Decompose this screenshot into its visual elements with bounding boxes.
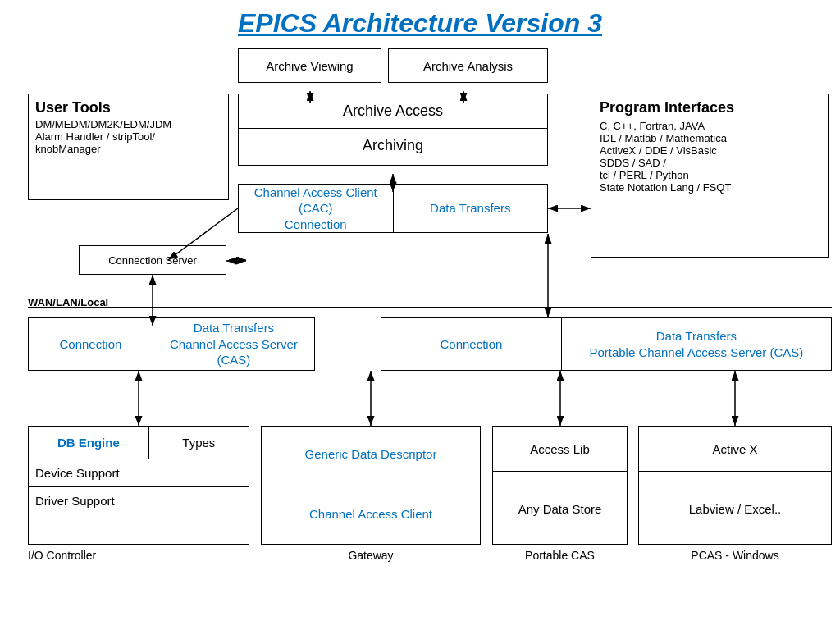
gateway-box: Generic Data Descriptor Channel Access C… xyxy=(261,426,481,545)
program-interfaces-box: Program Interfaces C, C++, Fortran, JAVA… xyxy=(591,94,829,258)
device-support-row: Device Support xyxy=(29,459,249,487)
ioc-top-row: DB Engine Types xyxy=(29,427,249,459)
pi-line2: IDL / Matlab / Mathematica xyxy=(600,132,819,144)
cas-right-box: Connection Data Transfers Portable Chann… xyxy=(381,317,832,371)
cas-right-connection-label: Connection xyxy=(440,336,502,353)
device-support-label: Device Support xyxy=(35,466,120,480)
pi-line3: ActiveX / DDE / VisBasic xyxy=(600,144,819,157)
user-tools-box: User Tools DM/MEDM/DM2K/EDM/JDM Alarm Ha… xyxy=(28,94,229,200)
ioc-box: DB Engine Types Device Support Driver Su… xyxy=(28,426,249,545)
labview-cell: Labview / Excel.. xyxy=(639,472,831,546)
cas-right-connection: Connection xyxy=(381,318,562,370)
gateway-channel-access: Channel Access Client xyxy=(262,482,480,546)
pcas-box: Active X Labview / Excel.. xyxy=(638,426,832,545)
driver-support-row: Driver Support xyxy=(29,487,249,514)
archive-viewing-box: Archive Viewing xyxy=(238,48,381,83)
types-cell: Types xyxy=(149,427,249,459)
cac-left-line1: Channel Access Client (CAC) xyxy=(239,185,393,217)
page-title: EPICS Architecture Version 3 xyxy=(16,8,824,39)
db-engine-cell: DB Engine xyxy=(29,427,149,459)
archive-access-cell: Archive Access xyxy=(239,94,547,129)
cas-left-dt-label: Data Transfers xyxy=(194,320,274,336)
pi-line6: State Notation Lang / FSQT xyxy=(600,181,819,194)
archive-analysis-label: Archive Analysis xyxy=(423,59,513,73)
connection-server-label: Connection Server xyxy=(108,254,197,267)
user-tools-title: User Tools xyxy=(35,99,221,116)
wan-lan-divider xyxy=(28,307,832,308)
gateway-generic-data: Generic Data Descriptor xyxy=(262,427,480,482)
driver-support-label: Driver Support xyxy=(35,494,115,508)
cas-left-name: Channel Access Server (CAS) xyxy=(153,336,314,368)
any-data-store-cell: Any Data Store xyxy=(493,472,627,546)
archive-viewing-label: Archive Viewing xyxy=(266,59,353,73)
user-tools-line2: Alarm Handler / stripTool/ xyxy=(35,130,221,143)
pcas-label: PCAS - Windows xyxy=(638,549,832,562)
cas-right-dt-label: Data Transfers xyxy=(656,328,737,345)
cas-right-data-transfers: Data Transfers Portable Channel Access S… xyxy=(562,318,831,370)
cac-left: Channel Access Client (CAC) Connection xyxy=(239,185,394,232)
user-tools-line3: knobManager xyxy=(35,143,221,155)
gateway-label: Gateway xyxy=(261,549,481,562)
ioc-label: I/O Controller xyxy=(28,549,96,562)
pi-line4: SDDS / SAD / xyxy=(600,157,819,169)
archive-combined-box: Archive Access Archiving xyxy=(238,94,548,166)
user-tools-line1: DM/MEDM/DM2K/EDM/JDM xyxy=(35,118,221,130)
cas-right-name: Portable Channel Access Server (CAS) xyxy=(589,345,803,361)
cas-left-connection-label: Connection xyxy=(59,336,121,353)
cas-left-box: Connection Data Transfers Channel Access… xyxy=(28,317,315,371)
portable-cas-label: Portable CAS xyxy=(492,549,628,562)
access-lib-cell: Access Lib xyxy=(493,427,627,472)
archiving-cell: Archiving xyxy=(239,129,547,162)
cac-left-line2: Connection xyxy=(285,217,347,233)
generic-data-label: Generic Data Descriptor xyxy=(305,447,437,461)
cas-left-connection: Connection xyxy=(29,318,153,370)
cac-box: Channel Access Client (CAC) Connection D… xyxy=(238,184,548,233)
program-interfaces-title: Program Interfaces xyxy=(600,99,819,116)
cas-left-data-transfers: Data Transfers Channel Access Server (CA… xyxy=(153,318,314,370)
channel-access-client-label: Channel Access Client xyxy=(309,507,432,521)
pi-line5: tcl / PERL / Python xyxy=(600,169,819,181)
cac-right: Data Transfers xyxy=(394,185,548,232)
archive-analysis-box: Archive Analysis xyxy=(388,48,548,83)
active-x-cell: Active X xyxy=(639,427,831,472)
portable-cas-box: Access Lib Any Data Store xyxy=(492,426,628,545)
page: EPICS Architecture Version 3 Archive Vie… xyxy=(0,0,840,630)
connection-server-box: Connection Server xyxy=(79,245,226,275)
cac-right-line1: Data Transfers xyxy=(430,200,510,217)
pi-line1: C, C++, Fortran, JAVA xyxy=(600,120,819,132)
